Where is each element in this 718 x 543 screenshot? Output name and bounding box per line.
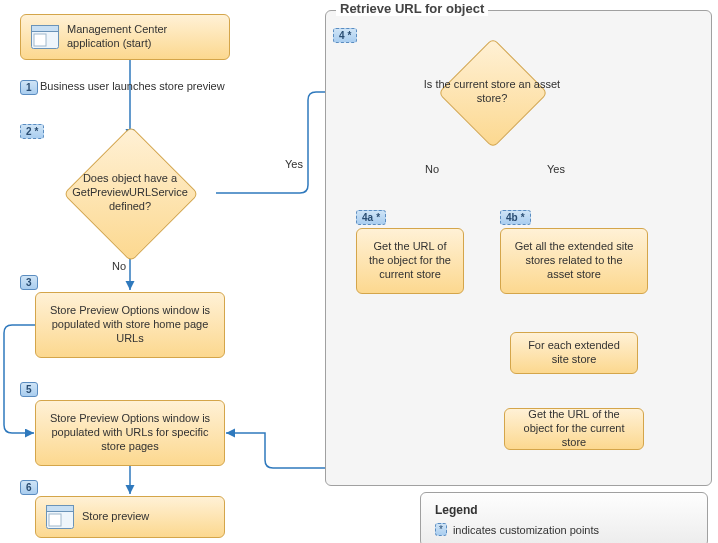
step4b-label: Get all the extended site stores related… xyxy=(511,240,637,281)
step-badge-1: 1 xyxy=(20,80,38,95)
svg-rect-1 xyxy=(32,26,59,32)
edge-label-launch: Business user launches store preview xyxy=(40,80,225,92)
step6-node: Store preview xyxy=(35,496,225,538)
panel-title: Retrieve URL for object xyxy=(336,1,488,16)
decision-assetstore: Is the current store an asset store? xyxy=(412,38,572,146)
legend-title: Legend xyxy=(435,503,693,517)
edge-yes-2: Yes xyxy=(547,163,565,175)
legend-row: * indicates customization points xyxy=(435,523,693,536)
step4a-label: Get the URL of the object for the curren… xyxy=(367,240,453,281)
decision-getpreviewurl-label: Does object have a GetPreviewURLService … xyxy=(55,128,205,258)
svg-rect-2 xyxy=(34,34,46,46)
step-badge-3: 3 xyxy=(20,275,38,290)
step4b-get-node: Get the URL of the object for the curren… xyxy=(504,408,644,450)
step3-node: Store Preview Options window is populate… xyxy=(35,292,225,358)
step5-node: Store Preview Options window is populate… xyxy=(35,400,225,466)
edge-yes-1: Yes xyxy=(285,158,303,170)
step-badge-2: 2* xyxy=(20,124,44,139)
step-badge-4b: 4b* xyxy=(500,210,531,225)
step3-label: Store Preview Options window is populate… xyxy=(46,304,214,345)
step4b-loop-node: For each extended site store xyxy=(510,332,638,374)
application-window-icon xyxy=(31,25,59,49)
decision-getpreviewurl: Does object have a GetPreviewURLService … xyxy=(55,128,205,258)
step4b-node: Get all the extended site stores related… xyxy=(500,228,648,294)
step-badge-5: 5 xyxy=(20,382,38,397)
start-node: Management Center application (start) xyxy=(20,14,230,60)
start-label: Management Center application (start) xyxy=(67,23,219,51)
edge-no-1: No xyxy=(112,260,126,272)
legend-star-badge: * xyxy=(435,523,447,536)
step5-label: Store Preview Options window is populate… xyxy=(46,412,214,453)
svg-rect-4 xyxy=(47,506,74,512)
step-badge-4: 4* xyxy=(333,28,357,43)
step6-label: Store preview xyxy=(82,510,149,524)
flowchart-canvas: Retrieve URL for object Management Cente… xyxy=(0,0,718,543)
svg-rect-5 xyxy=(49,514,61,526)
legend-panel: Legend * indicates customization points xyxy=(420,492,708,543)
step4b-get-label: Get the URL of the object for the curren… xyxy=(515,408,633,449)
application-window-icon xyxy=(46,505,74,529)
step-badge-6: 6 xyxy=(20,480,38,495)
legend-text: indicates customization points xyxy=(453,524,599,536)
edge-no-2: No xyxy=(425,163,439,175)
step-badge-4a: 4a* xyxy=(356,210,386,225)
step4b-loop-label: For each extended site store xyxy=(521,339,627,367)
decision-assetstore-label: Is the current store an asset store? xyxy=(412,38,572,146)
step4a-node: Get the URL of the object for the curren… xyxy=(356,228,464,294)
